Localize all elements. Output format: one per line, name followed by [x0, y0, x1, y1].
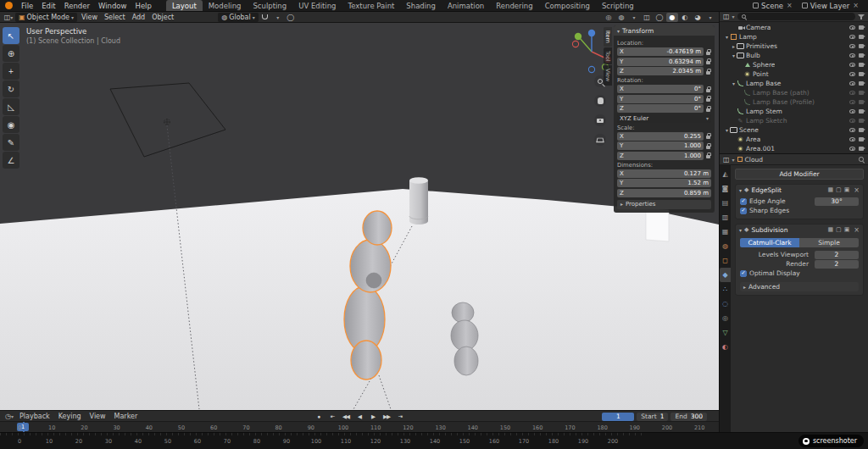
location-field[interactable]: Z2.0345 m: [617, 67, 704, 75]
scale-field[interactable]: Y1.000: [617, 141, 704, 150]
sharp-edges-checkbox[interactable]: [740, 208, 747, 214]
timeline-menu[interactable]: Keying: [54, 413, 86, 420]
proportional-editing-toggle[interactable]: [285, 13, 297, 22]
camera-view-button[interactable]: [594, 114, 606, 126]
modifier-header[interactable]: ◆ EdgeSplit ▦ ▢ ▣ ×: [736, 185, 863, 195]
tool-button[interactable]: ◺: [3, 98, 19, 115]
properties-tab[interactable]: ∴: [720, 282, 731, 297]
eye-icon[interactable]: [849, 35, 855, 39]
sidebar-tab[interactable]: Tool: [604, 47, 612, 65]
lock-icon[interactable]: [706, 98, 710, 102]
edit-mode-toggle-icon[interactable]: ▦: [827, 186, 833, 193]
render-visibility-camera-icon[interactable]: [859, 44, 864, 48]
properties-tab[interactable]: ◐: [720, 340, 731, 354]
workspace-tab[interactable]: UV Editing: [292, 0, 342, 11]
pan-button[interactable]: [594, 95, 606, 107]
dimensions-field[interactable]: X0.127 m: [617, 169, 711, 178]
render-display-toggle-icon[interactable]: ▣: [844, 226, 850, 233]
timeline-menu[interactable]: Marker: [110, 413, 142, 420]
eye-icon[interactable]: [849, 137, 855, 141]
eye-icon[interactable]: [849, 128, 855, 132]
eye-icon[interactable]: [849, 100, 855, 104]
expander-icon[interactable]: ▾: [731, 80, 737, 86]
expander-icon[interactable]: ▾: [731, 53, 737, 58]
viewport-menu[interactable]: Add: [129, 14, 149, 21]
viewport-3d[interactable]: User Perspective (1) Scene Collection | …: [0, 23, 719, 410]
render-visibility-camera-icon[interactable]: [859, 91, 864, 95]
cloud-object-secondary[interactable]: [451, 302, 478, 375]
expander-icon[interactable]: ▸: [731, 43, 737, 49]
timeline-menu[interactable]: View: [86, 413, 110, 420]
collapse-icon[interactable]: [739, 186, 742, 194]
tool-button[interactable]: ⊕: [3, 45, 19, 62]
outliner-row[interactable]: ▾ Bulb: [720, 51, 868, 60]
dimensions-field[interactable]: Z0.859 m: [617, 189, 711, 197]
eye-icon[interactable]: [849, 109, 855, 114]
outliner-row[interactable]: Point: [720, 69, 868, 79]
subdivision-mode-button[interactable]: Catmull-Clark: [740, 238, 799, 247]
eye-icon[interactable]: [849, 72, 855, 76]
outliner-row[interactable]: Lamp Base (path): [720, 88, 868, 97]
workspace-tab[interactable]: Texture Paint: [342, 0, 401, 11]
realtime-display-toggle-icon[interactable]: ▢: [836, 226, 842, 233]
transport-button[interactable]: ●: [313, 412, 326, 421]
timeline-menu[interactable]: Playback: [15, 413, 54, 420]
transport-button[interactable]: ▶▶: [381, 412, 393, 421]
show-overlays-toggle[interactable]: [615, 13, 627, 22]
tool-button[interactable]: +: [3, 63, 19, 80]
properties-tab[interactable]: ◍: [720, 239, 731, 253]
render-visibility-camera-icon[interactable]: [859, 25, 864, 30]
outliner-row[interactable]: Lamp Sketch: [720, 116, 868, 125]
render-visibility-camera-icon[interactable]: [859, 72, 864, 76]
outliner-row[interactable]: Sphere: [720, 60, 868, 69]
frame-start-field[interactable]: Start1: [637, 413, 668, 421]
properties-tab[interactable]: ◭: [720, 167, 731, 181]
transport-button[interactable]: ◀◀: [340, 412, 353, 421]
secondary-timeline-ruler[interactable]: 0102030405060708090100110120130140150160…: [0, 432, 868, 449]
workspace-tab[interactable]: Modeling: [203, 0, 248, 11]
outliner-row[interactable]: Camera: [720, 23, 868, 32]
menubar-menu[interactable]: Help: [131, 0, 155, 11]
workspace-tab[interactable]: Shading: [400, 0, 442, 11]
filter-icon[interactable]: [858, 14, 865, 20]
realtime-display-toggle-icon[interactable]: ▢: [836, 186, 842, 193]
edge-angle-checkbox[interactable]: [740, 198, 747, 205]
properties-tab[interactable]: ▽: [720, 325, 731, 340]
lock-icon[interactable]: [706, 108, 710, 112]
eye-icon[interactable]: [849, 91, 855, 95]
collapse-icon[interactable]: [739, 226, 742, 234]
properties-tab[interactable]: ◌: [720, 297, 731, 311]
outliner-row[interactable]: Lamp Base (Profile): [720, 97, 868, 107]
frame-end-field[interactable]: End300: [670, 413, 707, 421]
eye-icon[interactable]: [849, 44, 855, 48]
viewport-menu[interactable]: Object: [148, 14, 177, 21]
outliner-row[interactable]: ▾ Lamp: [720, 32, 868, 42]
outliner-row[interactable]: Area.001: [720, 144, 868, 153]
outliner-row[interactable]: Area: [720, 135, 868, 144]
expander-icon[interactable]: ▾: [724, 127, 730, 133]
location-field[interactable]: Y0.63294 m: [617, 58, 704, 66]
lock-icon[interactable]: [706, 89, 710, 92]
lock-icon[interactable]: [706, 71, 710, 75]
snap-settings[interactable]: ▾: [272, 13, 284, 22]
outliner-row[interactable]: ▾ Scene: [720, 125, 868, 135]
menubar-menu[interactable]: Window: [94, 0, 131, 11]
location-field[interactable]: X-0.47619 m: [617, 47, 704, 56]
eye-icon[interactable]: [849, 81, 855, 86]
workspace-tab[interactable]: Scripting: [596, 0, 640, 11]
transport-button[interactable]: ▶: [367, 412, 380, 421]
transport-button[interactable]: ⇥: [394, 412, 407, 421]
levels-viewport-field[interactable]: 2: [815, 251, 859, 259]
workspace-tab[interactable]: Layout: [166, 0, 203, 11]
menubar-menu[interactable]: Render: [60, 0, 94, 11]
cylinder-object[interactable]: [409, 177, 428, 224]
optimal-display-checkbox[interactable]: [740, 270, 747, 277]
render-levels-field[interactable]: 2: [815, 260, 859, 269]
dimensions-field[interactable]: Y1.52 m: [617, 179, 711, 187]
eye-icon[interactable]: [849, 53, 855, 58]
properties-tab[interactable]: ▤: [720, 196, 731, 210]
outliner-editor-dropdown[interactable]: ▾: [732, 14, 735, 19]
render-visibility-camera-icon[interactable]: [859, 53, 864, 58]
view-layer-remove-button[interactable]: ×: [852, 2, 860, 9]
scale-field[interactable]: Z1.000: [617, 152, 704, 160]
